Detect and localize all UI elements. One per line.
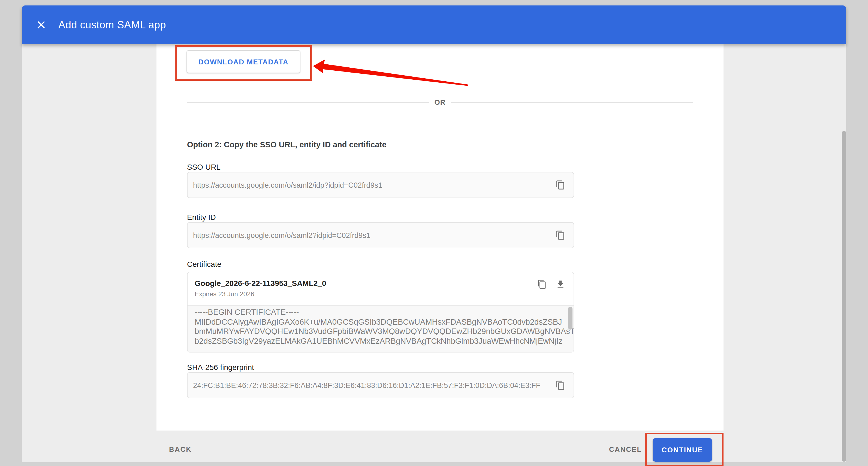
sha256-field[interactable]: 24:FC:B1:BE:46:72:78:3B:32:F6:AB:A4:8F:3… <box>187 372 574 398</box>
copy-sha256-button[interactable] <box>554 379 567 392</box>
back-button[interactable]: BACK <box>169 445 192 454</box>
sso-url-value: https://accounts.google.com/o/saml2/idp?… <box>193 181 554 189</box>
close-icon <box>37 21 45 29</box>
or-label: OR <box>429 98 451 107</box>
option2-heading: Option 2: Copy the SSO URL, entity ID an… <box>187 140 386 149</box>
copy-sso-url-button[interactable] <box>554 178 567 192</box>
screen-backdrop: Add custom SAML app DOWNLOAD METADATA OR… <box>0 0 868 466</box>
download-metadata-button[interactable]: DOWNLOAD METADATA <box>186 50 301 73</box>
certificate-pem-line: b2dsZSBGb3IgV29yazELMAkGA1UEBhMCVVMxEzAR… <box>195 337 563 346</box>
sso-url-label: SSO URL <box>187 163 221 171</box>
dialog-scrollbar[interactable] <box>842 131 846 462</box>
sha256-value: 24:FC:B1:BE:46:72:78:3B:32:F6:AB:A4:8F:3… <box>193 381 554 389</box>
divider-line <box>451 102 693 103</box>
dialog-appbar: Add custom SAML app <box>22 5 846 44</box>
certificate-card: Google_2026-6-22-113953_SAML2_0 Expires … <box>187 272 574 352</box>
add-custom-saml-app-dialog: Add custom SAML app DOWNLOAD METADATA OR… <box>22 5 846 462</box>
copy-icon <box>556 380 565 390</box>
or-divider: OR <box>187 98 693 107</box>
copy-icon <box>556 180 565 190</box>
cancel-button[interactable]: CANCEL <box>609 445 642 454</box>
entity-id-label: Entity ID <box>187 213 216 222</box>
certificate-pem-area[interactable]: -----BEGIN CERTIFICATE-----MIIDdDCCAlygA… <box>188 305 574 352</box>
copy-entity-id-button[interactable] <box>554 229 567 242</box>
download-icon <box>556 280 565 289</box>
sso-url-field[interactable]: https://accounts.google.com/o/saml2/idp?… <box>187 172 574 198</box>
entity-id-value: https://accounts.google.com/o/saml2?idpi… <box>193 231 554 239</box>
continue-button[interactable]: CONTINUE <box>653 438 712 462</box>
entity-id-field[interactable]: https://accounts.google.com/o/saml2?idpi… <box>187 222 574 248</box>
certificate-scrollbar[interactable] <box>568 307 572 329</box>
sha256-label: SHA-256 fingerprint <box>187 363 254 372</box>
annotation-arrow <box>310 59 473 88</box>
certificate-pem-line: bmMuMRYwFAYDVQQHEw1Nb3VudGFpbiBWaWV3MQ8w… <box>195 327 563 337</box>
certificate-label: Certificate <box>187 260 221 268</box>
certificate-header: Google_2026-6-22-113953_SAML2_0 Expires … <box>188 272 574 305</box>
copy-icon <box>537 280 547 289</box>
divider-line <box>187 102 429 103</box>
certificate-pem-line: -----BEGIN CERTIFICATE----- <box>195 308 563 317</box>
dialog-title: Add custom SAML app <box>58 19 166 31</box>
copy-certificate-button[interactable] <box>535 278 549 291</box>
certificate-expiry: Expires 23 Jun 2026 <box>195 290 535 298</box>
close-button[interactable] <box>30 14 52 36</box>
certificate-name: Google_2026-6-22-113953_SAML2_0 <box>195 279 535 288</box>
download-certificate-button[interactable] <box>554 278 567 291</box>
copy-icon <box>556 230 565 240</box>
certificate-pem-line: MIIDdDCCAlygAwIBAgIGAXo6K+u/MA0GCSqGSIb3… <box>195 317 563 327</box>
